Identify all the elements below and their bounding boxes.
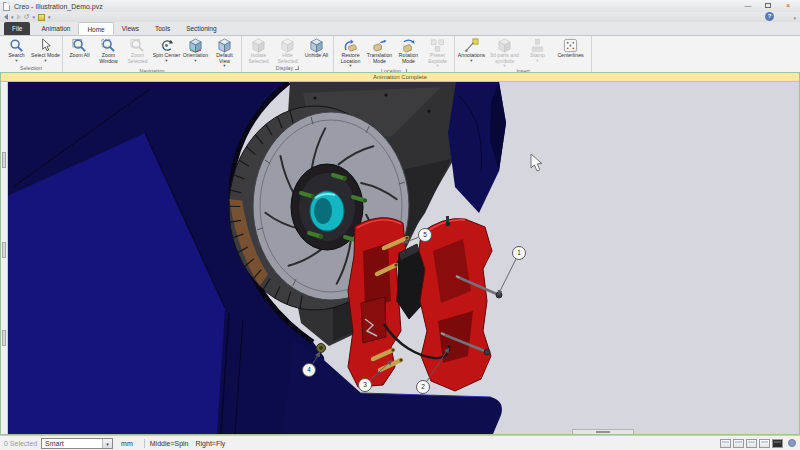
spin-center-dropdown-caret[interactable]: ▾	[165, 59, 167, 63]
unhide-all-label: Unhide All	[305, 53, 328, 59]
status-bar: 0 Selected Smart ▾ mm Middle=Spin Right=…	[0, 435, 800, 450]
centerlines-button[interactable]: Centerlines	[552, 37, 589, 59]
annotations-button[interactable]: Annotations▾	[457, 37, 486, 63]
annotations-dropdown-caret[interactable]: ▾	[470, 59, 472, 63]
nav-back-icon[interactable]	[4, 14, 8, 20]
tab-tools[interactable]: Tools	[147, 22, 178, 35]
nut-center	[319, 346, 323, 350]
stamp-button: Stamp▾	[523, 37, 552, 63]
ribbon-tab-row: FileAnimationHomeViewsToolsSectioning	[0, 22, 800, 36]
bolt-head	[484, 349, 490, 355]
selection-filter-dropdown[interactable]: Smart ▾	[41, 438, 113, 449]
quick-access-toolbar: ▾ ↺ ▾ ▾	[0, 12, 800, 22]
rotation-mode-label: Rotation Mode	[394, 53, 423, 64]
zoom-all-button[interactable]: Zoom All	[65, 37, 94, 59]
select-mode-button[interactable]: Select Mode▾	[31, 37, 60, 63]
highlight-icon[interactable]	[38, 14, 45, 21]
hide-selected-icon	[280, 38, 295, 53]
preset-explode-icon	[430, 38, 445, 53]
translation-mode-label: Translation Mode	[365, 53, 394, 64]
restore-location-icon	[343, 38, 358, 53]
spin-center-button[interactable]: Spin Center▾	[152, 37, 181, 63]
zoom-all-icon	[72, 38, 87, 53]
help-button[interactable]: ?	[765, 12, 774, 21]
translation-mode-button[interactable]: Translation Mode	[365, 37, 394, 64]
upright-bolt	[385, 94, 388, 97]
3d-viewport[interactable]: 12345	[1, 82, 799, 434]
close-button[interactable]: ×	[782, 1, 794, 10]
orientation-dropdown-caret[interactable]: ▾	[194, 59, 196, 63]
search-button[interactable]: Search▾	[2, 37, 31, 63]
maximize-button[interactable]	[762, 1, 774, 10]
callout-number: 1	[517, 249, 521, 256]
translation-mode-icon	[372, 38, 387, 53]
isolate-selected-icon	[251, 38, 266, 53]
panel-splitter-handle[interactable]	[2, 152, 6, 168]
orientation-button[interactable]: Orientation▾	[181, 37, 210, 63]
caliper-housing[interactable]	[419, 216, 492, 391]
stamp-dropdown-caret: ▾	[536, 59, 538, 63]
zoom-window-button[interactable]: Zoom Window	[94, 37, 123, 64]
view-layout-icon-3[interactable]	[746, 439, 757, 448]
3d-parts-symbols-icon	[497, 38, 512, 53]
panel-splitter-handle[interactable]	[2, 242, 6, 258]
isolate-selected-button: Isolate Selected	[244, 37, 273, 64]
left-panel-strip	[1, 82, 8, 434]
undo-icon[interactable]: ↺	[24, 13, 30, 21]
upright-bolt	[314, 97, 317, 100]
tab-views[interactable]: Views	[114, 22, 147, 35]
ribbon-collapse-icon[interactable]: ▾	[793, 15, 796, 21]
maximize-icon	[765, 3, 771, 8]
scene-wrap: 12345	[1, 82, 799, 434]
tab-home[interactable]: Home	[78, 22, 113, 35]
ribbon-group-label: Display	[276, 65, 293, 71]
upright-bolt	[428, 110, 431, 113]
caliper-nut[interactable]	[317, 344, 326, 353]
hint-right-mouse: Right=Fly	[195, 440, 225, 447]
view-layout-icon-1[interactable]	[720, 439, 731, 448]
view-layout-icon-2[interactable]	[733, 439, 744, 448]
zoom-all-label: Zoom All	[69, 53, 89, 59]
nav-forward-icon[interactable]	[17, 14, 21, 20]
zoom-selected-label: Zoom Selected	[123, 53, 152, 64]
combo-caret-icon[interactable]: ▾	[102, 439, 112, 448]
ribbon-group-location: Restore Location▾Translation ModeRotatio…	[334, 36, 455, 72]
tab-sectioning[interactable]: Sectioning	[178, 22, 224, 35]
selection-count: 0 Selected	[4, 440, 37, 447]
select-mode-dropdown-caret[interactable]: ▾	[44, 59, 46, 63]
status-separator	[144, 439, 145, 448]
unhide-all-icon	[309, 38, 324, 53]
view-layout-toolbar	[720, 439, 800, 448]
viewport-frame: Animation Complete	[0, 72, 800, 435]
restore-location-button[interactable]: Restore Location▾	[336, 37, 365, 68]
hide-selected-label: Hide Selected	[273, 53, 302, 64]
centerlines-icon	[563, 38, 578, 53]
zoom-window-icon	[101, 38, 116, 53]
app-document-icon	[3, 2, 10, 11]
view-layout-icon-active[interactable]	[772, 439, 783, 448]
qat-menu-caret[interactable]: ▾	[48, 14, 51, 20]
units-label: mm	[121, 440, 133, 447]
isolate-selected-label: Isolate Selected	[244, 53, 273, 64]
tab-animation[interactable]: Animation	[33, 22, 78, 35]
panel-splitter-handle[interactable]	[2, 330, 6, 346]
default-view-icon	[217, 38, 232, 53]
search-dropdown-caret[interactable]: ▾	[15, 59, 17, 63]
minimize-button[interactable]: —	[742, 1, 754, 10]
tab-file[interactable]: File	[4, 22, 30, 35]
bottom-panel-splitter-handle[interactable]	[572, 429, 634, 434]
undo-caret[interactable]: ▾	[32, 14, 35, 20]
ribbon-group-selection: Search▾Select Mode▾Selection	[0, 36, 63, 72]
unhide-all-button[interactable]: Unhide All	[302, 37, 331, 59]
view-layout-icon-4[interactable]	[759, 439, 770, 448]
display-group-launcher[interactable]	[295, 66, 299, 70]
nav-back-caret[interactable]: ▾	[11, 14, 14, 20]
orientation-icon	[188, 38, 203, 53]
rotation-mode-button[interactable]: Rotation Mode	[394, 37, 423, 64]
callout-number: 2	[421, 383, 425, 390]
zoom-window-label: Zoom Window	[94, 53, 123, 64]
hint-middle-mouse: Middle=Spin	[150, 440, 189, 447]
zoom-selected-button: Zoom Selected	[123, 37, 152, 64]
default-view-button[interactable]: Default View▾	[210, 37, 239, 68]
centerlines-label: Centerlines	[557, 53, 583, 59]
